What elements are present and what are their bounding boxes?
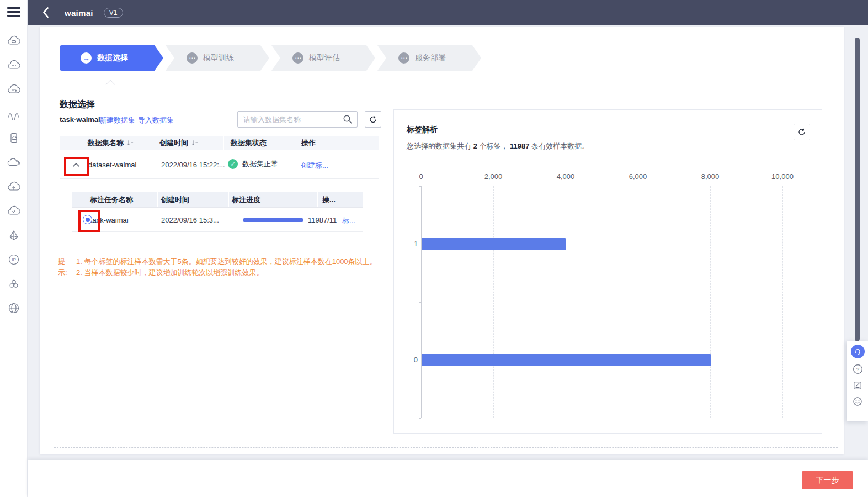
feedback-form-icon[interactable] — [852, 380, 863, 391]
task-name-label: task-waimai — [60, 115, 100, 124]
next-step-button[interactable]: 下一步 — [802, 471, 853, 489]
y-axis-tick — [419, 186, 421, 187]
header-task-action: 操... — [318, 192, 363, 207]
dataset-search-box — [237, 111, 358, 128]
progress-bar-fill — [243, 218, 303, 222]
topbar-divider — [57, 8, 57, 17]
dataset-table-header: 数据集名称 创建时间 数据集状态 操作 — [60, 136, 379, 150]
progress-text: 11987/11 — [308, 216, 337, 224]
bar-category-0[interactable] — [422, 354, 711, 366]
header-action: 操作 — [295, 136, 379, 150]
ip-circle-icon[interactable]: IP — [7, 253, 20, 266]
dataset-status-cell: ✓ 数据集正常 — [228, 159, 278, 169]
globe-icon[interactable] — [7, 302, 20, 315]
header-label: 数据集名称 — [88, 138, 124, 148]
task-created-cell: 2022/09/16 15:3... — [161, 216, 219, 224]
sort-icon[interactable] — [127, 140, 134, 146]
x-axis-tick-label: 8,000 — [701, 172, 720, 181]
status-ok-icon: ✓ — [228, 159, 238, 169]
gridline — [493, 186, 494, 418]
waves-icon[interactable] — [7, 107, 20, 120]
footer-bar — [28, 460, 868, 497]
label-task-table-header: 标注任务名称 创建时间 标注进度 操... — [72, 192, 363, 208]
y-category-label: 1 — [409, 240, 418, 248]
workflow-stepper: →数据选择⋯模型训练⋯模型评估⋯服务部署 — [60, 45, 481, 71]
y-axis-tick — [419, 418, 421, 419]
step-label: 模型训练 — [203, 53, 234, 63]
sort-icon[interactable] — [191, 140, 199, 146]
x-axis-tick-label: 10,000 — [771, 172, 794, 181]
x-axis-tick-label: 4,000 — [557, 172, 575, 181]
step-2[interactable]: ⋯模型训练 — [166, 45, 269, 71]
vertical-scrollbar-thumb[interactable] — [855, 38, 860, 341]
header-label: 标注进度 — [232, 195, 260, 205]
help-icon[interactable]: ? — [852, 363, 864, 375]
step-3[interactable]: ⋯模型评估 — [271, 45, 375, 71]
cloud-check-icon[interactable] — [7, 204, 20, 218]
prism-icon[interactable] — [7, 229, 20, 242]
cloud-storage-icon[interactable] — [7, 34, 20, 47]
refresh-dataset-list-button[interactable] — [365, 111, 381, 128]
cloud-group-icon[interactable] — [7, 156, 20, 169]
node-cluster-icon[interactable] — [7, 277, 20, 290]
sidebar-icon-list: IP — [0, 34, 28, 315]
gridline — [566, 186, 566, 418]
summary-text: 您选择的数据集共有 — [407, 142, 471, 150]
label-count: 2 — [473, 142, 477, 150]
device-cloud-icon[interactable] — [7, 131, 20, 145]
top-bar: waimai V1 — [28, 0, 868, 25]
svg-text:IP: IP — [12, 257, 16, 262]
import-dataset-link[interactable]: 导入数据集 — [138, 115, 174, 125]
create-label-task-link[interactable]: 创建标... — [301, 161, 328, 171]
helper-toolbar: ? — [847, 341, 868, 421]
step-4[interactable]: ⋯服务部署 — [377, 45, 481, 71]
dataset-name-cell: dataset-waimai — [88, 161, 136, 169]
header-task-created: 创建时间 — [158, 192, 228, 207]
gridline — [710, 186, 711, 418]
search-input[interactable] — [238, 112, 347, 127]
gridline — [782, 186, 783, 418]
hamburger-menu-icon[interactable] — [7, 7, 20, 18]
task-action-link[interactable]: 标... — [342, 216, 355, 226]
header-label: 创建时间 — [161, 195, 189, 205]
bar-category-1[interactable] — [422, 238, 566, 250]
header-label: 标注任务名称 — [90, 195, 133, 205]
cloud-service-icon[interactable] — [7, 83, 20, 96]
version-badge[interactable]: V1 — [104, 8, 123, 18]
sample-count: 11987 — [510, 142, 529, 150]
cloud-upload-icon[interactable] — [7, 180, 20, 193]
label-analysis-title: 标签解析 — [407, 125, 438, 135]
support-headset-icon[interactable] — [851, 345, 865, 358]
new-dataset-link[interactable]: 新建数据集 — [99, 115, 135, 125]
tips-label: 提示: — [58, 256, 68, 278]
step-label: 服务部署 — [415, 53, 446, 63]
ellipsis-circle-icon: ⋯ — [398, 52, 409, 64]
workflow-title: waimai — [65, 8, 93, 18]
tips-block: 提示: 1. 每个标签的标注样本数需大于5条。如想要达到较好的效果，建议标注样本… — [58, 256, 378, 278]
x-axis-tick-label: 6,000 — [629, 172, 647, 181]
svg-text:?: ? — [856, 366, 859, 372]
search-icon[interactable] — [343, 114, 353, 124]
cloud-dots-icon[interactable] — [7, 59, 20, 72]
header-expand-cell — [60, 136, 83, 150]
tip-item: 1. 每个标签的标注样本数需大于5条。如想要达到较好的效果，建议标注样本数在10… — [76, 256, 378, 267]
smiley-feedback-icon[interactable] — [852, 396, 863, 407]
header-label: 操... — [322, 195, 336, 205]
label-distribution-chart: 10 — [421, 186, 782, 418]
arrow-right-circle-icon: → — [81, 52, 92, 64]
x-axis-tick-label: 0 — [419, 172, 423, 181]
header-label: 创建时间 — [159, 138, 188, 148]
header-dataset-name: 数据集名称 — [83, 136, 156, 150]
annotation-box-radio — [78, 210, 100, 232]
labeling-progress-bar — [243, 218, 303, 222]
header-dataset-status: 数据集状态 — [224, 136, 295, 150]
tips-items: 1. 每个标签的标注样本数需大于5条。如想要达到较好的效果，建议标注样本数在10… — [76, 256, 378, 278]
back-icon[interactable] — [42, 7, 50, 18]
stepper-divider — [40, 84, 844, 84]
refresh-chart-button[interactable] — [794, 124, 810, 140]
header-label: 操作 — [301, 138, 316, 148]
step-1[interactable]: →数据选择 — [60, 45, 163, 71]
gridline — [638, 186, 638, 418]
tip-item: 2. 当样本数据较少时，建议增加训练轮次以增强训练效果。 — [76, 267, 378, 278]
y-category-label: 0 — [409, 356, 418, 364]
